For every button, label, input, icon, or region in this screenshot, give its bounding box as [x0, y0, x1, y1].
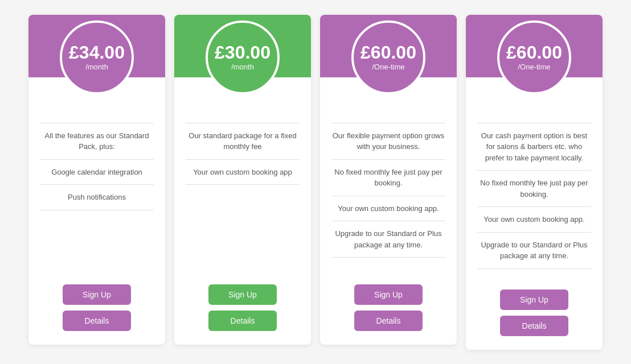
price-amount-flexible: £60.00: [360, 43, 416, 61]
feature-item-plus-0: All the features as our Standard Pack, p…: [40, 123, 154, 160]
card-buttons-plus: Sign UpDetails: [28, 284, 165, 331]
price-period-cash: /One-time: [518, 63, 550, 71]
card-header-standard: £30.00/month: [174, 15, 311, 77]
pricing-card-plus: £34.00/monthAll the features as our Stan…: [28, 15, 165, 345]
card-buttons-cash: Sign UpDetails: [466, 289, 603, 336]
feature-item-cash-1: No fixed monthly fee just pay per bookin…: [477, 171, 591, 207]
pricing-card-cash: £60.00/One-timeOur cash payment option i…: [466, 15, 603, 350]
price-period-plus: /month: [85, 63, 108, 71]
price-circle-flexible: £60.00/One-time: [351, 20, 425, 94]
card-body-cash: Our cash payment option is best for salo…: [466, 77, 603, 278]
feature-item-cash-0: Our cash payment option is best for salo…: [477, 123, 591, 171]
signup-button-cash[interactable]: Sign Up: [500, 289, 568, 310]
price-circle-cash: £60.00/One-time: [497, 20, 571, 94]
details-button-plus[interactable]: Details: [63, 311, 131, 331]
price-amount-standard: £30.00: [215, 43, 271, 61]
price-circle-standard: £30.00/month: [206, 20, 280, 94]
pricing-card-flexible: £60.00/One-timeOur flexible payment opti…: [320, 15, 457, 345]
price-circle-plus: £34.00/month: [60, 20, 134, 94]
pricing-card-standard: £30.00/monthOur standard package for a f…: [174, 15, 311, 345]
feature-item-cash-3: Upgrade to our Standard or Plus package …: [477, 233, 591, 269]
signup-button-plus[interactable]: Sign Up: [63, 284, 131, 305]
price-amount-cash: £60.00: [506, 43, 562, 61]
feature-item-standard-0: Our standard package for a fixed monthly…: [186, 123, 300, 160]
feature-item-plus-2: Push notifications: [40, 185, 154, 210]
card-body-standard: Our standard package for a fixed monthly…: [174, 77, 311, 273]
card-buttons-flexible: Sign UpDetails: [320, 284, 457, 331]
details-button-standard[interactable]: Details: [208, 311, 277, 331]
feature-item-plus-1: Google calendar integration: [40, 160, 154, 185]
feature-item-flexible-0: Our flexible payment option grows with y…: [331, 123, 445, 160]
price-period-flexible: /One-time: [372, 63, 404, 71]
feature-item-flexible-1: No fixed monthly fee just pay per bookin…: [331, 160, 445, 196]
signup-button-flexible[interactable]: Sign Up: [354, 284, 423, 305]
card-header-cash: £60.00/One-time: [466, 15, 603, 77]
details-button-flexible[interactable]: Details: [354, 311, 423, 331]
card-header-plus: £34.00/month: [28, 15, 165, 77]
feature-item-cash-2: Your own custom booking app.: [477, 207, 591, 233]
feature-item-flexible-3: Upgrade to our Standard or Plus package …: [331, 221, 445, 258]
feature-item-flexible-2: Your own custom booking app.: [331, 196, 445, 222]
details-button-cash[interactable]: Details: [500, 316, 568, 336]
price-amount-plus: £34.00: [69, 43, 125, 61]
card-body-plus: All the features as our Standard Pack, p…: [28, 77, 165, 273]
card-body-flexible: Our flexible payment option grows with y…: [320, 77, 457, 273]
signup-button-standard[interactable]: Sign Up: [208, 284, 277, 305]
card-header-flexible: £60.00/One-time: [320, 15, 457, 77]
price-period-standard: /month: [231, 63, 254, 71]
card-buttons-standard: Sign UpDetails: [174, 284, 311, 331]
pricing-container: £34.00/monthAll the features as our Stan…: [28, 15, 603, 350]
feature-item-standard-1: Your own custom booking app: [186, 160, 300, 185]
